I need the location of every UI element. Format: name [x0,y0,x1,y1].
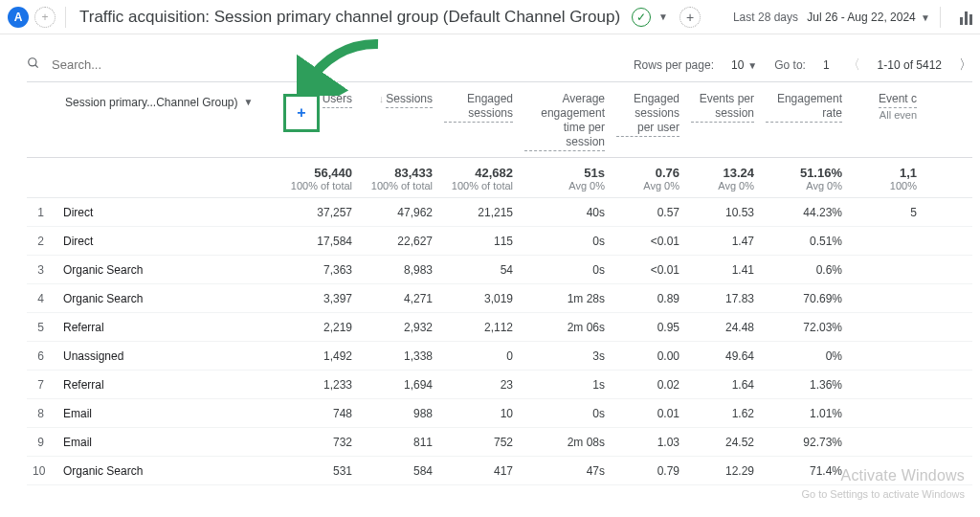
row-dimension: Organic Search [57,292,283,305]
row-value: 1.47 [685,235,760,248]
table-row[interactable]: 10Organic Search53158441747s0.7912.2971.… [27,457,972,485]
verified-icon[interactable]: ✓ [632,8,651,27]
rows-per-page-value[interactable]: 10▼ [731,58,757,72]
row-value: 54 [438,263,519,277]
row-value: 24.52 [685,436,760,449]
date-range-value: Jul 26 - Aug 22, 2024 [807,11,915,24]
row-value: 0.51% [760,235,848,248]
date-range-label: Last 28 days [733,11,798,24]
row-value: 1,338 [358,349,438,363]
table-row[interactable]: 9Email7328117522m 08s1.0324.5292.73% [27,428,972,457]
row-value: 0% [760,349,848,363]
windows-watermark-sub: Go to Settings to activate Windows [801,488,965,500]
row-dimension: Direct [57,206,283,219]
row-value: 3s [519,349,611,363]
row-index: 8 [27,407,57,420]
data-table: Session primary...Channel Group) ▼ ↓User… [27,82,972,485]
row-value: 0.57 [611,206,685,219]
dimension-label: Session primary...Channel Group) [65,96,238,110]
col-sessions[interactable]: ↓Sessions [358,92,438,114]
pager-next-icon[interactable]: 〉 [959,56,972,74]
col-event-count[interactable]: Event c All even [848,92,923,128]
search-icon [27,56,40,73]
row-value: 17,584 [283,235,358,248]
row-dimension: Organic Search [57,263,283,277]
chevron-down-icon: ▼ [244,97,254,109]
table-row[interactable]: 8Email748988100s0.011.621.01% [27,399,972,428]
row-value: 8,983 [358,263,438,277]
row-value: 1,233 [283,378,358,392]
dimension-picker[interactable]: Session primary...Channel Group) ▼ [63,92,278,113]
row-value: 0.79 [611,464,685,478]
col-engaged-per-user[interactable]: Engaged sessions per user [611,92,685,143]
row-value: 584 [358,464,438,478]
row-value: 21,215 [438,206,519,219]
row-value: 1,492 [283,349,358,363]
add-secondary-dimension-button[interactable]: + [283,94,320,132]
row-value: 17.83 [685,292,760,305]
col-engagement-rate[interactable]: Engagement rate [760,92,848,128]
chart-toggle-icon[interactable] [960,10,972,25]
row-value: 7,363 [283,263,358,277]
row-value: 2m 08s [519,436,611,449]
row-value: 2,112 [438,321,519,334]
row-value: 2,219 [283,321,358,334]
table-row[interactable]: 4Organic Search3,3974,2713,0191m 28s0.89… [27,284,972,313]
row-value: 1s [519,378,611,392]
row-value: <0.01 [611,235,685,248]
row-value: 748 [283,407,358,420]
table-header: Session primary...Channel Group) ▼ ↓User… [27,82,972,158]
table-row[interactable]: 3Organic Search7,3638,983540s<0.011.410.… [27,256,972,284]
report-area: Rows per page: 10▼ Go to: 1 〈 1-10 of 54… [0,34,980,485]
rows-per-page-label: Rows per page: [634,58,714,72]
plus-icon: + [297,104,305,122]
col-avg-engagement-time[interactable]: Average engagement time per session [519,92,611,157]
row-index: 7 [27,378,57,392]
row-dimension: Direct [57,235,283,248]
row-value: 1.62 [685,407,760,420]
row-value: 0s [519,407,611,420]
goto-label: Go to: [774,58,806,72]
table-row[interactable]: 7Referral1,2331,694231s0.021.641.36% [27,371,972,399]
table-row[interactable]: 2Direct17,58422,6271150s<0.011.470.51% [27,227,972,256]
table-pager: Rows per page: 10▼ Go to: 1 〈 1-10 of 54… [634,56,972,74]
title-caret-icon[interactable]: ▼ [658,11,668,22]
add-comparison-icon[interactable]: + [679,7,701,28]
row-value: 47s [519,464,611,478]
row-value: 71.4% [760,464,848,478]
col-events-per-session[interactable]: Events per session [685,92,760,128]
table-row[interactable]: 6Unassigned1,4921,33803s0.0049.640% [27,342,972,371]
add-segment-icon[interactable]: + [34,7,56,28]
svg-point-0 [29,58,36,66]
row-value: 0s [519,263,611,277]
pager-prev-icon[interactable]: 〈 [847,56,860,74]
summary-row: 56,440100% of total 83,433100% of total … [27,158,972,198]
row-value: 0 [438,349,519,363]
row-value: 0.6% [760,263,848,277]
search-input[interactable] [52,57,224,72]
row-value: 22,627 [358,235,438,248]
row-value: 1.01% [760,407,848,420]
date-range-picker[interactable]: Last 28 days Jul 26 - Aug 22, 2024 ▼ [733,11,930,24]
row-value: 115 [438,235,519,248]
row-value: 1.41 [685,263,760,277]
table-row[interactable]: 5Referral2,2192,9322,1122m 06s0.9524.487… [27,313,972,342]
row-value: 37,257 [283,206,358,219]
date-range-caret-icon: ▼ [921,12,930,23]
row-dimension: Email [57,436,283,449]
table-row[interactable]: 1Direct37,25747,96221,21540s0.5710.5344.… [27,198,972,227]
row-value: 1,694 [358,378,438,392]
row-value: 0.95 [611,321,685,334]
row-index: 3 [27,263,57,277]
row-value: 752 [438,436,519,449]
row-value: 10 [438,407,519,420]
ga-audience-icon[interactable]: A [8,7,29,28]
row-value: 3,397 [283,292,358,305]
row-value: 0.89 [611,292,685,305]
goto-value[interactable]: 1 [823,58,830,72]
row-index: 10 [27,464,57,478]
row-value: 40s [519,206,611,219]
row-dimension: Referral [57,378,283,392]
pager-range: 1-10 of 5412 [878,58,942,72]
col-engaged-sessions[interactable]: Engaged sessions [438,92,519,128]
